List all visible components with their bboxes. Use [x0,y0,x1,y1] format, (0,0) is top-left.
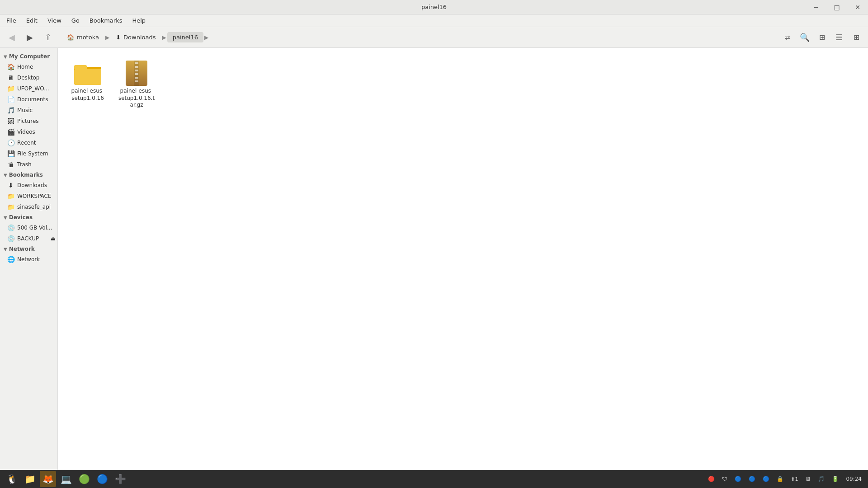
desktop-sidebar-icon: 🖥 [7,74,14,81]
menubar: FileEditViewGoBookmarksHelp [0,14,868,27]
section-my-computer[interactable]: ▼ My Computer [0,52,57,61]
sidebar-item-documents[interactable]: 📄 Documents [0,94,57,105]
breadcrumb-separator: ▶ [105,34,109,41]
breadcrumb: 🏠 motoka ▶ ⬇ Downloads ▶ painel16 ▶ [61,29,774,46]
menu-item-help[interactable]: Help [127,15,150,26]
home-sidebar-icon: 🏠 [7,63,14,70]
sidebar-item-backup[interactable]: 💿 BACKUP ⏏ [0,233,57,244]
sidebar-item-ufop[interactable]: 📁 UFOP_WO... [0,83,57,94]
eject-icon[interactable]: ⏏ [51,235,56,242]
taskbar-security[interactable]: 🛡 [719,471,730,487]
sidebar-item-videos[interactable]: 🎬 Videos [0,127,57,137]
breadcrumb-item-downloads[interactable]: ⬇ Downloads [110,32,161,42]
section-bookmarks[interactable]: ▼ Bookmarks [0,170,57,180]
close-button[interactable]: ✕ [847,0,868,14]
sidebar-label-home: Home [17,64,33,70]
recent-sidebar-icon: 🕐 [7,139,14,146]
section-network[interactable]: ▼ Network [0,244,57,254]
taskbar-start-menu[interactable]: 🐧 [4,471,20,487]
taskbar-terminal[interactable]: 💻 [58,471,74,487]
taskbar-app3[interactable]: ➕ [112,471,128,487]
window-title: painel16 [421,4,447,10]
minimize-button[interactable]: ─ [806,0,826,14]
backup-sidebar-icon: 💿 [7,235,14,242]
section-devices[interactable]: ▼ Devices [0,212,57,222]
menu-item-view[interactable]: View [43,15,66,26]
folder-icon [73,59,102,88]
zoom-view-button[interactable]: ⊞ [848,29,864,46]
sidebar-item-downloads[interactable]: ⬇ Downloads [0,180,57,191]
parent-dir-button[interactable]: ⇧ [40,29,56,46]
icon-view-button[interactable]: ⊞ [814,29,830,46]
menu-item-edit[interactable]: Edit [22,15,42,26]
menu-item-bookmarks[interactable]: Bookmarks [85,15,127,26]
section-arrow-mycomputer: ▼ [4,54,7,59]
breadcrumb-item-motoka[interactable]: 🏠 motoka [61,32,104,42]
list-view-button[interactable]: ☰ [831,29,847,46]
sidebar-label-network: Network [17,256,40,263]
breadcrumb-more: ▶ [204,34,208,41]
svg-rect-11 [135,80,138,82]
breadcrumb-item-painel16[interactable]: painel16 [167,32,203,42]
forward-button[interactable]: ▶ [22,29,38,46]
maximize-button[interactable]: □ [826,0,847,14]
taskbar-indicator-blue3[interactable]: 🔵 [760,471,772,487]
sidebar-label-sinasefe: sinasefe_api [17,204,51,210]
taskbar-clock[interactable]: 09:24 [843,471,864,487]
workspace-sidebar-icon: 📁 [7,192,14,200]
svg-rect-10 [135,77,138,79]
sidebar-item-desktop[interactable]: 🖥 Desktop [0,72,57,83]
toolbar: ◀ ▶ ⇧ 🏠 motoka ▶ ⬇ Downloads ▶ painel16 … [0,27,868,48]
section-label-bookmarks: Bookmarks [9,172,43,178]
sidebar-item-network[interactable]: 🌐 Network [0,254,57,265]
window-controls: ─ □ ✕ [806,0,868,14]
section-arrow-bookmarks: ▼ [4,173,7,178]
svg-rect-9 [135,73,138,75]
documents-sidebar-icon: 📄 [7,96,14,103]
sidebar-label-500gb: 500 GB Vol... [17,225,52,231]
taskbar-updates[interactable]: ⬆1 [788,471,801,487]
section-label-network: Network [9,246,35,252]
sidebar-item-workspace[interactable]: 📁 WORKSPACE [0,191,57,202]
file-item-painel16-archive[interactable]: painel-esus-setup1.0.16.tar.gz [114,55,159,113]
titlebar: painel16 ─ □ ✕ [0,0,868,14]
ufop-sidebar-icon: 📁 [7,85,14,92]
sidebar-label-workspace: WORKSPACE [17,193,52,199]
home-icon: 🏠 [67,34,74,41]
sidebar-item-500gb[interactable]: 💿 500 GB Vol... [0,222,57,233]
section-arrow-devices: ▼ [4,215,7,220]
menu-item-go[interactable]: Go [67,15,84,26]
filesystem-sidebar-icon: 💾 [7,150,14,157]
sidebar-label-backup: BACKUP [17,235,39,242]
toggle-path-button[interactable]: ⇄ [779,29,796,46]
sidebar-item-trash[interactable]: 🗑 Trash [0,159,57,170]
taskbar-lock[interactable]: 🔒 [774,471,786,487]
back-button[interactable]: ◀ [4,29,20,46]
sidebar-item-sinasefe[interactable]: 📁 sinasefe_api [0,202,57,212]
taskbar-indicator-blue[interactable]: 🔵 [732,471,744,487]
file-item-painel16-folder[interactable]: painel-esus-setup1.0.16 [65,55,110,113]
taskbar-media[interactable]: 🎵 [815,471,827,487]
taskbar-display[interactable]: 🖥 [802,471,813,487]
sidebar-label-desktop: Desktop [17,75,40,81]
sidebar-item-pictures[interactable]: 🖼 Pictures [0,116,57,127]
sidebar-label-ufop: UFOP_WO... [17,85,49,92]
sidebar-label-pictures: Pictures [17,118,39,124]
search-button[interactable]: 🔍 [797,29,813,46]
taskbar-file-manager[interactable]: 📁 [22,471,38,487]
sidebar-label-documents: Documents [17,96,48,103]
taskbar-app2[interactable]: 🔵 [94,471,110,487]
taskbar-power[interactable]: 🔋 [829,471,841,487]
taskbar-firefox[interactable]: 🦊 [40,471,56,487]
network-sidebar-icon: 🌐 [7,256,14,263]
taskbar-indicator-blue2[interactable]: 🔵 [746,471,758,487]
trash-sidebar-icon: 🗑 [7,161,14,168]
sidebar-item-music[interactable]: 🎵 Music [0,105,57,116]
taskbar-chrome[interactable]: 🟢 [76,471,92,487]
taskbar-indicator-red[interactable]: 🔴 [705,471,717,487]
sidebar-item-recent[interactable]: 🕐 Recent [0,137,57,148]
sidebar-item-home[interactable]: 🏠 Home [0,61,57,72]
menu-item-file[interactable]: File [2,15,21,26]
sidebar-label-trash: Trash [17,161,32,168]
sidebar-item-filesystem[interactable]: 💾 File System [0,148,57,159]
